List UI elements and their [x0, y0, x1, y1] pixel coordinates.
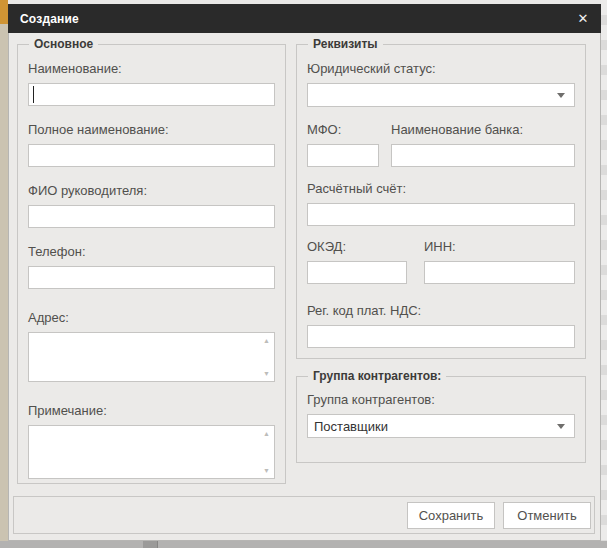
scroll-up-icon[interactable]: ▲	[263, 430, 270, 437]
mfo-label: МФО:	[307, 122, 379, 137]
chevron-down-icon	[557, 424, 565, 429]
counterparty-group-select[interactable]: Поставщики	[307, 414, 575, 438]
background-left-strip	[0, 0, 8, 548]
phone-input[interactable]	[28, 266, 275, 289]
group-main: Основное Наименование: Полное наименован…	[17, 37, 286, 484]
inn-input[interactable]	[424, 261, 575, 284]
note-label: Примечание:	[28, 403, 275, 418]
legal-status-label: Юридический статус:	[307, 61, 575, 76]
field-address: Адрес: ▲ ▼	[28, 310, 275, 382]
address-textarea[interactable]: ▲ ▼	[28, 332, 275, 382]
dialog-title: Создание	[20, 12, 79, 26]
close-icon: ✕	[578, 11, 589, 26]
counterparty-group-value: Поставщики	[314, 419, 388, 434]
name-label: Наименование:	[28, 61, 275, 76]
inn-label: ИНН:	[424, 239, 575, 254]
manager-input[interactable]	[28, 205, 275, 228]
oked-input[interactable]	[307, 261, 407, 284]
background-orange-accent	[0, 0, 8, 24]
background-table-strip	[601, 0, 607, 548]
field-inn: ИНН:	[424, 239, 575, 284]
field-bank-name: Наименование банка:	[391, 122, 575, 167]
bank-name-label: Наименование банка:	[391, 122, 575, 137]
name-input[interactable]	[28, 83, 275, 106]
group-counterparty-legend: Группа контрагентов:	[308, 369, 446, 383]
scroll-up-icon[interactable]: ▲	[263, 337, 270, 344]
field-manager: ФИО руководителя:	[28, 183, 275, 228]
close-button[interactable]: ✕	[565, 5, 601, 33]
mfo-input[interactable]	[307, 144, 379, 167]
group-main-legend: Основное	[29, 37, 98, 51]
account-input[interactable]	[307, 203, 575, 226]
group-requisites: Реквизиты Юридический статус: МФО: Наиме…	[296, 37, 586, 359]
row-mfo-bank: МФО: Наименование банка:	[307, 122, 575, 167]
counterparty-group-label: Группа контрагентов:	[307, 392, 575, 407]
background-scrollbar-thumb	[143, 541, 158, 548]
field-counterparty-group: Группа контрагентов: Поставщики	[307, 392, 575, 438]
field-name: Наименование:	[28, 61, 275, 106]
oked-label: ОКЭД:	[307, 239, 407, 254]
save-button[interactable]: Сохранить	[407, 502, 495, 529]
field-account: Расчётный счёт:	[307, 181, 575, 226]
group-requisites-legend: Реквизиты	[308, 37, 383, 51]
text-caret	[33, 86, 34, 103]
fullname-input[interactable]	[28, 144, 275, 167]
cancel-button[interactable]: Отменить	[503, 502, 591, 529]
field-note: Примечание: ▲ ▼	[28, 403, 275, 479]
row-oked-inn: ОКЭД: ИНН:	[307, 239, 575, 284]
manager-label: ФИО руководителя:	[28, 183, 275, 198]
group-counterparty: Группа контрагентов: Группа контрагентов…	[296, 369, 586, 463]
field-fullname: Полное наименование:	[28, 122, 275, 167]
address-label: Адрес:	[28, 310, 275, 325]
vat-code-label: Рег. код плат. НДС:	[307, 303, 575, 318]
background-bottom-strip	[0, 541, 607, 548]
fullname-label: Полное наименование:	[28, 122, 275, 137]
phone-label: Телефон:	[28, 244, 275, 259]
scroll-down-icon[interactable]: ▼	[263, 467, 270, 474]
field-phone: Телефон:	[28, 244, 275, 289]
legal-status-select[interactable]	[307, 83, 575, 107]
dialog-titlebar: Создание ✕	[8, 4, 601, 33]
chevron-down-icon	[557, 93, 565, 98]
field-oked: ОКЭД:	[307, 239, 407, 284]
field-mfo: МФО:	[307, 122, 379, 167]
create-dialog: Создание ✕ Основное Наименование: Полное…	[8, 4, 601, 541]
vat-code-input[interactable]	[307, 325, 575, 348]
bank-name-input[interactable]	[391, 144, 575, 167]
field-legal-status: Юридический статус:	[307, 61, 575, 107]
footer-bar: Сохранить Отменить	[13, 496, 595, 534]
scroll-down-icon[interactable]: ▼	[263, 370, 270, 377]
note-textarea[interactable]: ▲ ▼	[28, 425, 275, 479]
field-vat-code: Рег. код плат. НДС:	[307, 303, 575, 348]
account-label: Расчётный счёт:	[307, 181, 575, 196]
